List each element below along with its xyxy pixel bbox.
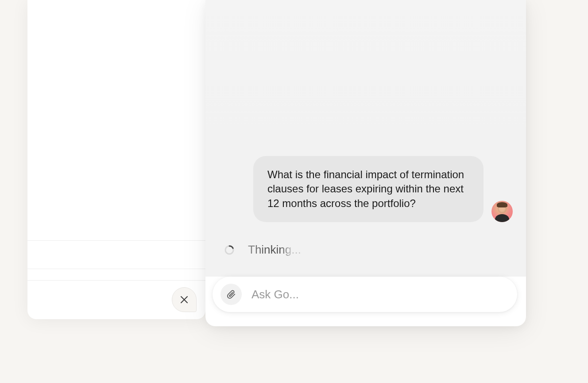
user-message-bubble: What is the financial impact of terminat… bbox=[253, 156, 484, 222]
divider bbox=[27, 240, 205, 241]
chat-input-bar bbox=[213, 277, 517, 312]
divider bbox=[27, 280, 205, 281]
close-button[interactable] bbox=[172, 287, 197, 312]
user-avatar bbox=[491, 201, 513, 222]
divider bbox=[27, 269, 205, 269]
assistant-thinking-row: Thinking... bbox=[224, 243, 301, 257]
left-side-panel bbox=[27, 0, 205, 319]
user-message-text: What is the financial impact of terminat… bbox=[267, 168, 464, 209]
chat-messages-area: What is the financial impact of terminat… bbox=[205, 0, 526, 277]
user-message-row: What is the financial impact of terminat… bbox=[253, 156, 513, 222]
chat-panel: What is the financial impact of terminat… bbox=[205, 0, 526, 326]
chat-input[interactable] bbox=[251, 288, 509, 301]
thinking-status-text: Thinking... bbox=[248, 243, 301, 257]
attach-button[interactable] bbox=[220, 284, 242, 305]
close-icon bbox=[180, 296, 188, 304]
spinner-icon bbox=[224, 245, 235, 255]
paperclip-icon bbox=[226, 289, 236, 299]
